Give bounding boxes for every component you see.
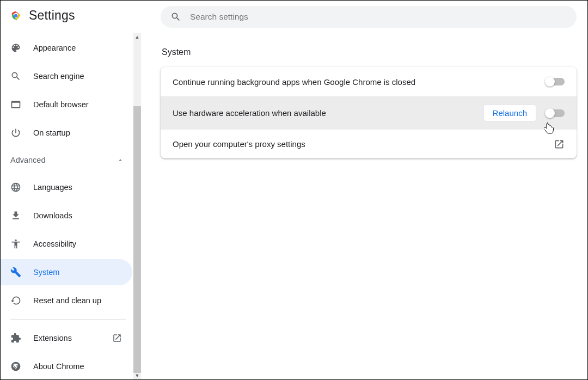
sidebar-scrollbar-down-arrow[interactable]: ▼ bbox=[133, 372, 141, 379]
row-label: Use hardware acceleration when available bbox=[173, 108, 474, 118]
sidebar-item-label: Reset and clean up bbox=[33, 296, 101, 305]
sidebar-item-reset[interactable]: Reset and clean up bbox=[1, 287, 132, 314]
browser-icon bbox=[10, 99, 21, 110]
power-icon bbox=[10, 127, 21, 138]
extension-icon bbox=[10, 333, 21, 344]
sidebar-item-label: Languages bbox=[33, 183, 72, 192]
wrench-icon bbox=[10, 267, 21, 278]
sidebar-divider bbox=[10, 319, 126, 320]
sidebar-item-label: Default browser bbox=[33, 100, 89, 109]
sidebar-item-accessibility[interactable]: Accessibility bbox=[1, 231, 132, 257]
accessibility-icon bbox=[10, 238, 21, 249]
chevron-up-icon bbox=[115, 155, 126, 166]
open-in-new-icon bbox=[554, 139, 565, 150]
sidebar: Settings Appearance Search engine Defau bbox=[1, 1, 141, 379]
globe-icon bbox=[10, 182, 21, 193]
search-icon bbox=[170, 11, 181, 22]
download-icon bbox=[10, 210, 21, 221]
brand-title: Settings bbox=[29, 8, 75, 23]
row-label: Continue running background apps when Go… bbox=[173, 77, 536, 87]
open-in-new-icon bbox=[112, 333, 122, 344]
brand: Settings bbox=[1, 8, 136, 32]
svg-point-3 bbox=[15, 240, 16, 241]
row-proxy-settings[interactable]: Open your computer's proxy settings bbox=[161, 129, 577, 158]
relaunch-button[interactable]: Relaunch bbox=[483, 105, 536, 121]
chrome-logo-icon bbox=[10, 10, 21, 21]
toggle-knob bbox=[545, 77, 555, 87]
sidebar-item-label: System bbox=[33, 268, 59, 277]
sidebar-item-label: Extensions bbox=[33, 334, 72, 342]
sidebar-scrollbar-thumb[interactable] bbox=[133, 106, 141, 373]
sidebar-item-default-browser[interactable]: Default browser bbox=[1, 91, 132, 118]
toggle-background-apps[interactable] bbox=[546, 78, 565, 85]
row-label: Open your computer's proxy settings bbox=[173, 139, 544, 149]
sidebar-item-label: About Chrome bbox=[33, 362, 84, 371]
sidebar-section-advanced[interactable]: Advanced bbox=[1, 148, 136, 172]
sidebar-item-appearance[interactable]: Appearance bbox=[1, 35, 132, 61]
search-input[interactable] bbox=[190, 12, 567, 22]
sidebar-item-label: On startup bbox=[33, 128, 70, 137]
row-hardware-acceleration: Use hardware acceleration when available… bbox=[161, 96, 577, 129]
sidebar-item-downloads[interactable]: Downloads bbox=[1, 203, 132, 229]
page-title: System bbox=[161, 47, 577, 57]
svg-point-2 bbox=[15, 14, 17, 17]
sidebar-item-search-engine[interactable]: Search engine bbox=[1, 63, 132, 89]
sidebar-item-on-startup[interactable]: On startup bbox=[1, 120, 132, 146]
main-content: System Continue running background apps … bbox=[141, 1, 587, 379]
palette-icon bbox=[10, 42, 21, 53]
row-background-apps: Continue running background apps when Go… bbox=[161, 67, 577, 96]
sidebar-item-label: Accessibility bbox=[33, 240, 76, 248]
sidebar-item-system[interactable]: System bbox=[1, 259, 132, 285]
sidebar-item-label: Downloads bbox=[33, 211, 72, 220]
toggle-knob bbox=[545, 108, 555, 118]
restore-icon bbox=[10, 295, 21, 306]
chrome-gray-icon bbox=[10, 361, 21, 372]
search-bar[interactable] bbox=[161, 6, 577, 28]
sidebar-item-languages[interactable]: Languages bbox=[1, 174, 132, 200]
search-icon bbox=[10, 71, 21, 82]
sidebar-scrollbar-up-arrow[interactable]: ▲ bbox=[133, 33, 141, 41]
sidebar-section-label: Advanced bbox=[10, 156, 46, 164]
settings-card: Continue running background apps when Go… bbox=[161, 67, 577, 158]
sidebar-item-extensions[interactable]: Extensions bbox=[1, 325, 132, 351]
sidebar-item-about[interactable]: About Chrome bbox=[1, 353, 132, 379]
sidebar-item-label: Appearance bbox=[33, 44, 76, 52]
toggle-hardware-acceleration[interactable] bbox=[546, 109, 565, 117]
sidebar-item-label: Search engine bbox=[33, 72, 84, 81]
